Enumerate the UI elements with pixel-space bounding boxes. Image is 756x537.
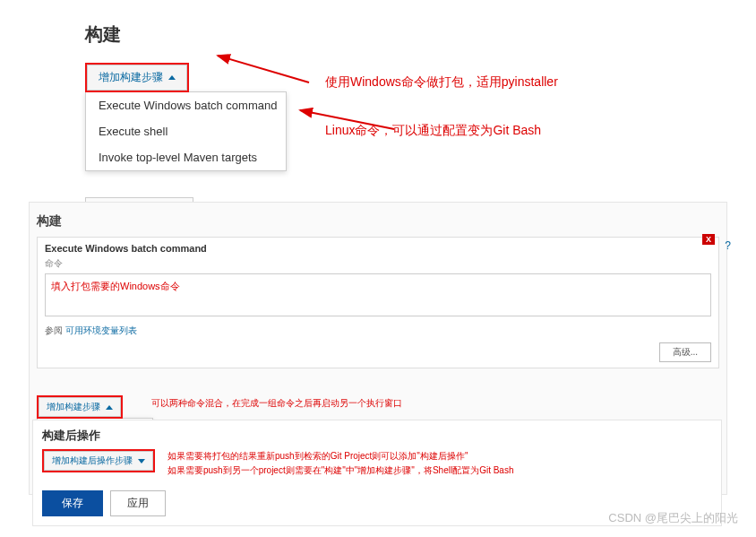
svg-line-1 — [218, 56, 309, 82]
add-build-step-label: 增加构建步骤 — [99, 70, 163, 85]
apply-button[interactable]: 应用 — [110, 490, 166, 516]
batch-command-title: Execute Windows batch command — [45, 243, 711, 257]
env-vars-link[interactable]: 可用环境变量列表 — [65, 325, 137, 335]
section2-heading: 构建 — [37, 210, 719, 237]
section3-ann-line2: 如果需要push到另一个project则需要在"构建"中"增加构建步骤"，将Sh… — [168, 463, 513, 478]
build-section-1: 构建 增加构建步骤 Execute Windows batch command … — [85, 22, 730, 171]
add-post-build-button[interactable]: 增加构建后操作步骤 — [44, 451, 153, 471]
batch-command-textarea[interactable]: 填入打包需要的Windows命令 — [45, 273, 711, 316]
add-build-step-button[interactable]: 增加构建步骤 — [87, 65, 187, 91]
batch-command-reference: 参阅 可用环境变量列表 — [45, 319, 711, 337]
add-build-step-highlight: 增加构建步骤 — [85, 63, 189, 92]
menu-item-exec-shell[interactable]: Execute shell — [86, 118, 286, 144]
watermark-text: CSDN @尾巴尖上的阳光 — [608, 510, 738, 526]
ref-prefix: 参阅 — [45, 325, 65, 335]
add-build-step-highlight-2: 增加构建步骤 — [37, 395, 123, 419]
help-icon[interactable]: ? — [725, 239, 731, 252]
annotation-text-1: 使用Windows命令做打包，适用pyinstaller — [325, 74, 558, 91]
section3-ann-line1: 如果需要将打包的结果重新push到检索的Git Project则可以添加"构建后… — [168, 449, 513, 463]
annotation-arrow-1 — [210, 51, 318, 87]
save-button[interactable]: 保存 — [42, 490, 103, 516]
advanced-button[interactable]: 高级... — [659, 342, 711, 362]
add-build-step-button-2[interactable]: 增加构建步骤 — [39, 397, 121, 417]
batch-command-box: X ? Execute Windows batch command 命令 填入打… — [37, 237, 719, 368]
add-post-build-highlight: 增加构建后操作步骤 — [42, 449, 155, 472]
annotation-text-2: Linux命令，可以通过配置变为Git Bash — [325, 123, 541, 139]
menu-item-invoke-maven[interactable]: Invoke top-level Maven targets — [86, 144, 286, 170]
menu-item-exec-windows-batch[interactable]: Execute Windows batch command — [86, 92, 286, 118]
section3-heading: 构建后操作 — [42, 428, 712, 449]
batch-command-sublabel: 命令 — [45, 257, 711, 273]
section1-heading: 构建 — [85, 22, 730, 47]
add-post-build-label: 增加构建后操作步骤 — [52, 455, 133, 467]
section2-annotation: 可以两种命令混合，在完成一组命令之后再启动另一个执行窗口 — [151, 397, 402, 410]
add-build-step-label-2: 增加构建步骤 — [47, 401, 100, 413]
delete-step-button[interactable]: X — [702, 234, 715, 245]
section3-annotation: 如果需要将打包的结果重新push到检索的Git Project则可以添加"构建后… — [168, 449, 513, 478]
add-build-step-menu: Execute Windows batch command Execute sh… — [85, 91, 287, 171]
